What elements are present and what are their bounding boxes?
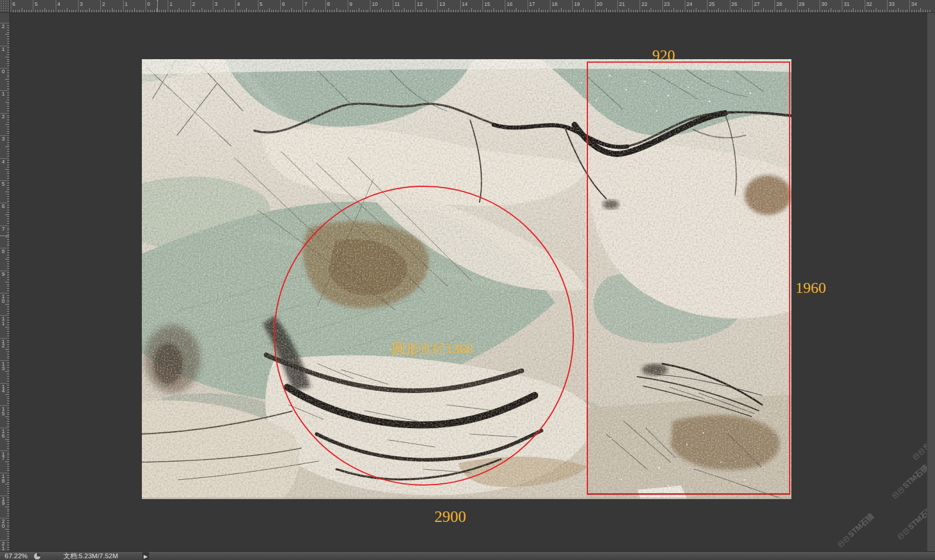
ruler-tick (862, 10, 863, 12)
ruler-tick (509, 10, 510, 12)
ruler-tick (649, 10, 650, 12)
ruler-tick (7, 131, 9, 132)
ruler-tick (642, 10, 642, 12)
ruler-tick (224, 8, 225, 12)
ruler-tick (7, 288, 9, 289)
ruler-tick (83, 10, 83, 12)
ruler-tick (350, 10, 351, 12)
ruler-tick (246, 8, 247, 12)
ruler-tick (927, 10, 928, 12)
ruler-tick (516, 8, 516, 12)
ruler-tick (325, 0, 326, 13)
ruler-tick (610, 10, 611, 12)
ruler-tick (730, 0, 730, 13)
ruler-tick (831, 8, 831, 12)
ruler-origin-box[interactable] (0, 0, 10, 13)
ruler-tick (723, 10, 723, 12)
ruler-tick (127, 10, 128, 12)
ruler-tick (790, 10, 791, 12)
ruler-tick (574, 10, 575, 12)
measurement-circle (274, 186, 574, 486)
ruler-tick (7, 295, 9, 296)
ruler-tick (907, 10, 907, 12)
ruler-tick (300, 10, 301, 12)
vertical-scrollbar[interactable] (927, 13, 935, 551)
status-bar: 67.22% 文档:5.23M/7.52M ▶ (0, 551, 935, 560)
ruler-tick (13, 10, 13, 12)
ruler-tick (640, 0, 640, 13)
ruler-tick (624, 10, 624, 12)
ruler-tick (204, 10, 205, 12)
ruler-number: 29 (799, 1, 805, 7)
ruler-tick (154, 10, 155, 12)
watermark-logo-icon (902, 528, 910, 535)
ruler-tick (429, 10, 429, 12)
status-flyout-arrow-icon[interactable]: ▶ (142, 552, 149, 559)
ruler-tick (5, 394, 9, 395)
ruler-tick (752, 0, 753, 13)
ruler-vertical[interactable]: 2101234567891 01 11 21 31 41 51 61 71 81… (0, 13, 10, 551)
ruler-number: 2 (192, 1, 195, 7)
ruler-number: 1 2 (2, 340, 5, 349)
ruler-tick (586, 10, 586, 12)
ruler-horizontal[interactable]: 6543210123456789101112131415161718192021… (10, 0, 935, 13)
ruler-tick (372, 10, 373, 12)
ruler-tick (678, 10, 678, 12)
ruler-tick (5, 169, 9, 170)
ruler-tick (323, 10, 324, 12)
ruler-tick (7, 199, 9, 199)
ruler-tick (192, 10, 193, 12)
ruler-tick (46, 10, 47, 12)
ruler-tick (244, 10, 245, 12)
ruler-tick (799, 10, 800, 12)
ruler-tick (7, 216, 9, 217)
ruler-tick (7, 119, 9, 120)
ruler-tick (370, 0, 370, 13)
ruler-tick (7, 320, 9, 320)
ruler-tick (622, 10, 623, 12)
ruler-tick (161, 10, 162, 12)
ruler-tick (5, 462, 9, 462)
ruler-tick (5, 79, 9, 80)
ruler-tick (206, 10, 206, 12)
ruler-tick (563, 10, 564, 12)
ruler-tick (5, 327, 9, 327)
ruler-tick (395, 10, 395, 12)
ruler-tick (7, 509, 9, 510)
zoom-level-field[interactable]: 67.22% (5, 552, 28, 560)
ruler-number: 1 5 (2, 407, 5, 416)
ruler-tick (31, 10, 32, 12)
ruler-tick (545, 10, 546, 12)
ruler-tick (7, 88, 9, 89)
ruler-tick (377, 10, 378, 12)
ruler-tick (505, 0, 505, 13)
ruler-tick (7, 306, 9, 307)
ruler-tick (7, 117, 9, 118)
ruler-tick (7, 165, 9, 165)
ruler-tick (5, 102, 9, 103)
ruler-tick (91, 10, 92, 12)
ruler-number: 8 (2, 250, 5, 254)
ruler-tick (7, 424, 9, 424)
ruler-tick (242, 10, 243, 12)
ruler-tick (7, 201, 9, 202)
ruler-tick (455, 10, 456, 12)
ruler-number: 9 (2, 272, 5, 277)
ruler-tick (7, 502, 9, 503)
ruler-tick (590, 10, 591, 12)
ruler-tick (7, 284, 9, 285)
ruler-tick (148, 10, 148, 12)
ruler-tick (7, 365, 9, 366)
ruler-tick (332, 10, 332, 12)
ruler-number: 14 (462, 1, 468, 7)
ruler-tick (869, 10, 869, 12)
ruler-tick (664, 10, 665, 12)
ruler-tick (7, 106, 9, 107)
ruler-tick (420, 10, 420, 12)
ruler-tick (716, 10, 717, 12)
ruler-tick (568, 10, 569, 12)
ruler-tick (750, 10, 750, 12)
ruler-tick (96, 10, 97, 12)
ruler-tick (424, 10, 424, 12)
ruler-tick (175, 10, 175, 12)
